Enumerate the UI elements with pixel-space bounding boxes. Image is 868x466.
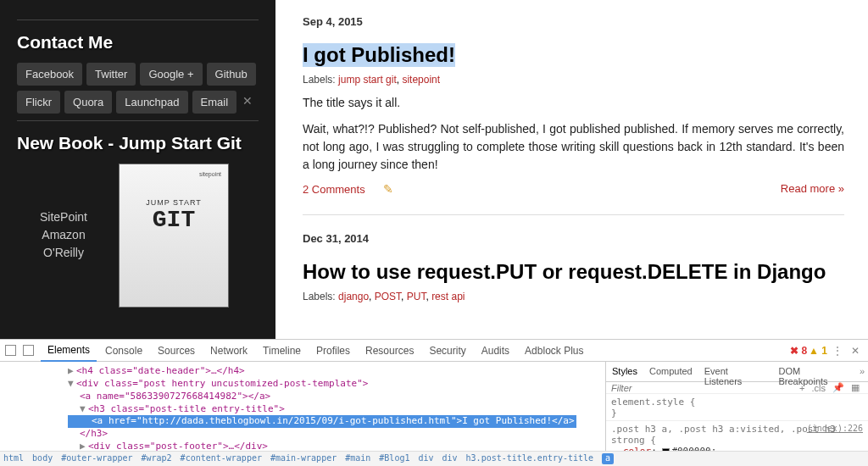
book-section: SitePoint Amazon O'Reilly sitepoint JUMP… [17, 164, 259, 308]
post-date: Sep 4, 2015 [303, 15, 844, 28]
warning-icon[interactable]: ▲ 1 [809, 345, 827, 357]
cover-small: JUMP START [128, 198, 220, 207]
device-icon[interactable] [23, 345, 34, 356]
tab-dom-breakpoints[interactable]: DOM Breakpoints [772, 362, 855, 381]
crumb[interactable]: html [3, 453, 24, 464]
post-title[interactable]: I got Published! [303, 43, 455, 67]
more-icon[interactable]: ⋮ [829, 345, 846, 357]
crumb[interactable]: #outer-wrapper [61, 453, 132, 464]
dom-node[interactable]: </h3> [80, 428, 108, 439]
main-content: Sep 4, 2015 I got Published! Labels: jum… [275, 0, 868, 339]
tab-profiles[interactable]: Profiles [309, 341, 357, 361]
contact-buttons-2: Flickr Quora Launchpad Email ✕ [17, 91, 259, 114]
comments-link[interactable]: 2 Comments [303, 183, 365, 196]
github-button[interactable]: Github [207, 63, 256, 86]
label-link[interactable]: PUT [407, 291, 426, 302]
twitter-button[interactable]: Twitter [86, 63, 136, 86]
book-heading: New Book - Jump Start Git [17, 133, 259, 153]
label-link[interactable]: POST [375, 291, 401, 302]
crumb[interactable]: div [418, 453, 433, 464]
tab-sources[interactable]: Sources [151, 341, 202, 361]
book-cover[interactable]: sitepoint JUMP START GIT [119, 164, 229, 308]
divider [17, 19, 259, 20]
tab-security[interactable]: Security [422, 341, 472, 361]
tab-network[interactable]: Network [203, 341, 254, 361]
tab-event-listeners[interactable]: Event Listeners [698, 362, 773, 381]
devtools-panel: Elements Console Sources Network Timelin… [0, 339, 868, 466]
divider [17, 120, 259, 121]
launchpad-button[interactable]: Launchpad [116, 91, 187, 114]
filter-input[interactable] [611, 383, 662, 393]
color-swatch[interactable] [662, 448, 670, 452]
rule-close: } [611, 408, 863, 419]
devtools-tabs: Elements Console Sources Network Timelin… [0, 340, 868, 362]
book-links: SitePoint Amazon O'Reilly [17, 164, 110, 308]
crumb[interactable]: #content-wrapper [181, 453, 262, 464]
read-more-link[interactable]: Read more » [781, 182, 844, 196]
post-labels: Labels: django, POST, PUT, rest api [303, 291, 844, 302]
error-icon[interactable]: ✖ 8 [790, 345, 807, 357]
post-title[interactable]: How to use request.PUT or request.DELETE… [303, 260, 826, 284]
sitepoint-link[interactable]: SitePoint [17, 210, 110, 224]
inspect-icon[interactable] [5, 345, 16, 356]
labels-word: Labels: [303, 74, 336, 86]
label-link[interactable]: rest api [431, 291, 465, 302]
rule-source[interactable]: (index):226 [807, 424, 863, 433]
dom-node[interactable]: <div class="post-footer">…</div> [88, 441, 268, 451]
tab-computed[interactable]: Computed [643, 362, 698, 381]
dom-node[interactable]: <h4 class="date-header">…</h4> [76, 365, 245, 376]
style-rule[interactable]: (index):226 .post h3 a, .post h3 a:visit… [606, 421, 868, 451]
crumb[interactable]: #main-wrapper [270, 453, 337, 464]
sidebar: Contact Me Facebook Twitter Google + Git… [0, 0, 275, 339]
post-body: The title says it all. [303, 94, 844, 112]
facebook-button[interactable]: Facebook [17, 63, 82, 86]
post-divider [303, 214, 844, 215]
tab-styles[interactable]: Styles [606, 362, 643, 381]
crumb[interactable]: div [442, 453, 458, 464]
label-link[interactable]: django [338, 291, 369, 302]
post-labels: Labels: jump start git, sitepoint [303, 74, 844, 86]
dom-tree[interactable]: ▶<h4 class="date-header">…</h4> ▼<div cl… [0, 362, 605, 451]
crumb[interactable]: h3.post-title.entry-title [466, 453, 594, 464]
crumb[interactable]: #wrap2 [141, 453, 171, 464]
label-link[interactable]: jump start git [338, 74, 397, 86]
tab-timeline[interactable]: Timeline [256, 341, 308, 361]
close-icon[interactable]: ✕ [848, 345, 863, 357]
crumb-active[interactable]: a [602, 453, 614, 464]
oreilly-link[interactable]: O'Reilly [17, 246, 110, 259]
new-rule-icon[interactable]: + [796, 383, 808, 393]
pencil-icon[interactable]: ✎ [383, 182, 393, 196]
quora-button[interactable]: Quora [64, 91, 112, 114]
toggle-icon[interactable]: ▦ [848, 382, 863, 393]
google-plus-button[interactable]: Google + [140, 63, 202, 86]
dom-node[interactable]: <a name="5863390727668414982"></a> [80, 391, 270, 402]
crumb[interactable]: #Blog1 [379, 453, 409, 464]
crumb[interactable]: body [32, 453, 53, 464]
tab-console[interactable]: Console [98, 341, 149, 361]
post-date: Dec 31, 2014 [303, 232, 844, 245]
flickr-button[interactable]: Flickr [17, 91, 60, 114]
chevron-right-icon[interactable]: » [856, 362, 868, 381]
cls-toggle[interactable]: .cls [809, 383, 830, 393]
label-link[interactable]: sitepoint [402, 74, 440, 86]
styles-panel: Styles Computed Event Listeners DOM Brea… [605, 362, 868, 451]
dom-node-selected[interactable]: <a href="http://dada.theblogbowl.in/2015… [68, 415, 576, 428]
tab-resources[interactable]: Resources [359, 341, 420, 361]
tab-audits[interactable]: Audits [475, 341, 516, 361]
crumb[interactable]: #main [345, 453, 370, 464]
style-rule[interactable]: element.style { } [606, 394, 868, 421]
tab-elements[interactable]: Elements [41, 340, 97, 362]
email-button[interactable]: Email [192, 91, 237, 114]
cover-big: GIT [128, 207, 220, 233]
labels-word: Labels: [303, 291, 336, 302]
css-prop[interactable]: color [623, 446, 651, 451]
contact-heading: Contact Me [17, 32, 259, 53]
dom-node[interactable]: <div class="post hentry uncustomized-pos… [76, 378, 368, 389]
tools-icon[interactable]: ✕ [241, 91, 254, 114]
amazon-link[interactable]: Amazon [17, 228, 110, 241]
pin-icon[interactable]: 📌 [829, 382, 848, 393]
dom-node[interactable]: <h3 class="post-title entry-title"> [88, 403, 285, 414]
css-value[interactable]: #000000; [671, 446, 716, 451]
rule-selector: element.style { [611, 397, 863, 408]
tab-adblock[interactable]: Adblock Plus [518, 341, 590, 361]
